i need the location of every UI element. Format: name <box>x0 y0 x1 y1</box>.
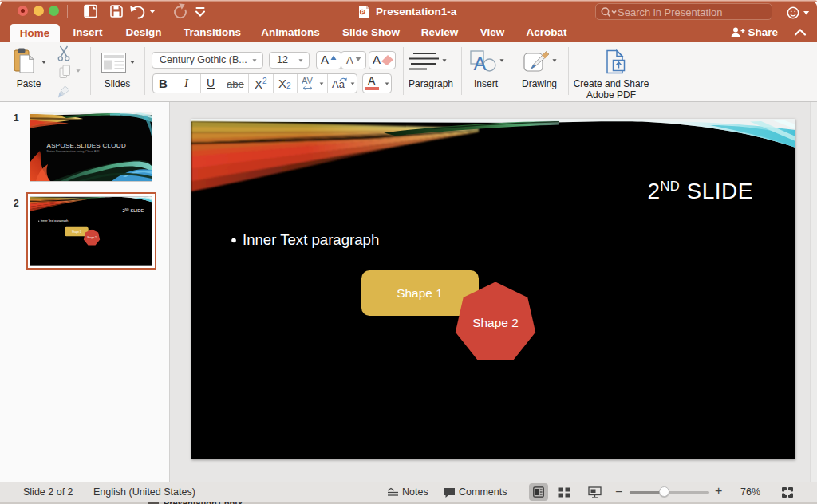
svg-text:P: P <box>361 10 365 14</box>
svg-text:Shape 2: Shape 2 <box>472 316 519 329</box>
svg-text:A: A <box>474 53 487 73</box>
svg-text:Notes Denomination using Cloud: Notes Denomination using Cloud API <box>47 149 100 153</box>
svg-text:ASPOSE.SLIDES CLOUD: ASPOSE.SLIDES CLOUD <box>47 142 127 149</box>
svg-text:AV: AV <box>302 76 314 85</box>
svg-text:Shape 1: Shape 1 <box>397 286 443 300</box>
svg-text:Inner Text paragraph: Inner Text paragraph <box>243 231 379 248</box>
